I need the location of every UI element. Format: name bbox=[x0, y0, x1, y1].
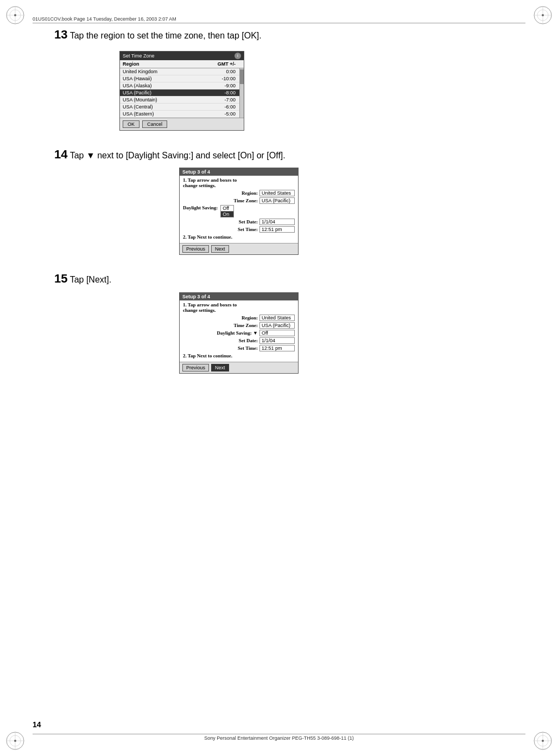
step-13: 13 Tap the region to set the time zone, … bbox=[54, 27, 515, 131]
dialog-rows: United Kingdom0:00 USA (Hawaii)-10:00 US… bbox=[120, 68, 244, 118]
setup-titlebar-14: Setup 3 of 4 bbox=[180, 168, 298, 176]
svg-point-4 bbox=[14, 14, 16, 16]
corner-decoration-tr bbox=[532, 4, 554, 26]
setup-row-timezone-14: Time Zone: USA (Pacific) bbox=[183, 197, 295, 204]
setup-footer-14: Previous Next bbox=[180, 243, 298, 254]
timezone-label-14: Time Zone: bbox=[233, 198, 258, 203]
daylight-label-14: Daylight Saving: bbox=[183, 205, 218, 210]
setup-screen-14: Setup 3 of 4 1. Tap arrow and boxes to c… bbox=[179, 168, 299, 255]
page-number: 14 bbox=[33, 720, 41, 729]
setup-step2-14: 2. Tap Next to continue. bbox=[183, 234, 295, 240]
dialog-row-eastern[interactable]: USA (Eastern)-5:00 bbox=[120, 111, 244, 118]
corner-decoration-bl bbox=[4, 730, 26, 752]
dialog-row-mountain[interactable]: USA (Mountain)-7:00 bbox=[120, 97, 244, 104]
timezone-value-14[interactable]: USA (Pacific) bbox=[259, 197, 295, 204]
corner-decoration-tl bbox=[4, 4, 26, 26]
date-value-15[interactable]: 1/1/04 bbox=[259, 337, 295, 344]
setup-step2-15: 2. Tap Next to continue. bbox=[183, 353, 295, 358]
setup-body-15: 1. Tap arrow and boxes to change setting… bbox=[180, 300, 298, 362]
previous-button-14[interactable]: Previous bbox=[182, 245, 209, 253]
step-14: 14 Tap ▼ next to [Daylight Saving:] and … bbox=[54, 147, 515, 255]
dialog-row-hawaii[interactable]: USA (Hawaii)-10:00 bbox=[120, 75, 244, 82]
step-14-number: 14 bbox=[54, 148, 67, 161]
time-label-14: Set Time: bbox=[238, 227, 258, 232]
timezone-label-15: Time Zone: bbox=[233, 323, 258, 328]
footer-text: Sony Personal Entertainment Organizer PE… bbox=[204, 735, 354, 741]
dialog-row-pacific[interactable]: USA (Pacific)-8:00 bbox=[120, 89, 244, 97]
step-14-heading: 14 Tap ▼ next to [Daylight Saving:] and … bbox=[54, 147, 515, 163]
header-text: 01US01COV.book Page 14 Tuesday, December… bbox=[33, 16, 176, 22]
dialog-col-headers: Region GMT +/- bbox=[120, 60, 244, 68]
setup-row-time-15: Set Time: 12:51 pm bbox=[183, 345, 295, 351]
setup-titlebar-15: Setup 3 of 4 bbox=[180, 293, 298, 300]
setup-title-15: Setup 3 of 4 bbox=[182, 294, 210, 299]
daylight-dropdown-14[interactable]: Off On bbox=[220, 205, 234, 217]
setup-inst-15: 1. Tap arrow and boxes to change setting… bbox=[183, 302, 295, 313]
daylight-label-15: Daylight Saving: ▼ bbox=[217, 330, 258, 336]
setup-inst-14: 1. Tap arrow and boxes to change setting… bbox=[183, 177, 295, 188]
setup-row-time-14: Set Time: 12:51 pm bbox=[183, 226, 295, 233]
scrollbar-thumb[interactable] bbox=[240, 69, 244, 84]
timezone-value-15[interactable]: USA (Pacific) bbox=[259, 322, 295, 329]
step-15-instruction: Tap [Next]. bbox=[70, 275, 111, 284]
header-line: 01US01COV.book Page 14 Tuesday, December… bbox=[33, 16, 525, 23]
next-button-14[interactable]: Next bbox=[211, 245, 229, 253]
step-13-instruction: Tap the region to set the time zone, the… bbox=[70, 31, 262, 40]
info-icon: i bbox=[234, 53, 241, 59]
previous-button-15[interactable]: Previous bbox=[182, 364, 209, 371]
setup-row-daylight-15: Daylight Saving: ▼ Off bbox=[183, 330, 295, 336]
cancel-button[interactable]: Cancel bbox=[142, 120, 167, 128]
setup-body-14: 1. Tap arrow and boxes to change setting… bbox=[180, 176, 298, 243]
col-region: Region bbox=[123, 61, 140, 67]
footer-line: Sony Personal Entertainment Organizer PE… bbox=[33, 734, 525, 741]
daylight-value-15[interactable]: Off bbox=[259, 330, 295, 336]
date-value-14[interactable]: 1/1/04 bbox=[259, 219, 295, 225]
dialog-title: Set Time Zone bbox=[123, 53, 155, 59]
svg-point-9 bbox=[542, 14, 544, 16]
region-value-15[interactable]: United States bbox=[259, 315, 295, 321]
region-label-15: Region: bbox=[242, 315, 258, 321]
step-15: 15 Tap [Next]. Setup 3 of 4 1. Tap arrow… bbox=[54, 271, 515, 374]
date-label-15: Set Date: bbox=[239, 338, 258, 343]
timezone-dialog: Set Time Zone i Region GMT +/- United Ki… bbox=[119, 51, 244, 131]
time-label-15: Set Time: bbox=[238, 345, 258, 351]
setup-row-date-14: Set Date: 1/1/04 bbox=[183, 219, 295, 225]
setup-row-timezone-15: Time Zone: USA (Pacific) bbox=[183, 322, 295, 329]
setup-footer-15: Previous Next bbox=[180, 362, 298, 373]
main-content: 13 Tap the region to set the time zone, … bbox=[54, 27, 515, 390]
setup-row-date-15: Set Date: 1/1/04 bbox=[183, 337, 295, 344]
setup-title-14: Setup 3 of 4 bbox=[182, 169, 210, 175]
step-14-instruction: Tap ▼ next to [Daylight Saving:] and sel… bbox=[70, 151, 286, 160]
corner-decoration-br bbox=[532, 730, 554, 752]
setup-row-region-14: Region: United States bbox=[183, 190, 295, 196]
dialog-footer: OK Cancel bbox=[120, 118, 244, 130]
step-13-number: 13 bbox=[54, 28, 67, 41]
setup-row-region-15: Region: United States bbox=[183, 315, 295, 321]
next-button-15[interactable]: Next bbox=[211, 364, 229, 371]
date-label-14: Set Date: bbox=[239, 219, 258, 225]
dialog-row-central[interactable]: USA (Central)-6:00 bbox=[120, 104, 244, 111]
ok-button[interactable]: OK bbox=[123, 120, 140, 128]
daylight-saving-row-14: Daylight Saving: Off On bbox=[183, 205, 295, 217]
time-value-15[interactable]: 12:51 pm bbox=[259, 345, 295, 351]
svg-point-19 bbox=[542, 740, 544, 742]
col-gmt: GMT +/- bbox=[218, 61, 236, 67]
step-15-number: 15 bbox=[54, 272, 67, 285]
dialog-row-uk[interactable]: United Kingdom0:00 bbox=[120, 68, 244, 75]
region-label-14: Region: bbox=[242, 190, 258, 196]
step-13-heading: 13 Tap the region to set the time zone, … bbox=[54, 27, 515, 43]
dialog-titlebar: Set Time Zone i bbox=[120, 52, 244, 60]
scrollbar[interactable] bbox=[239, 68, 244, 118]
svg-point-14 bbox=[14, 740, 16, 742]
region-value-14[interactable]: United States bbox=[259, 190, 295, 196]
setup-screen-15: Setup 3 of 4 1. Tap arrow and boxes to c… bbox=[179, 292, 299, 374]
step-15-heading: 15 Tap [Next]. bbox=[54, 271, 515, 287]
dialog-row-alaska[interactable]: USA (Alaska)-9:00 bbox=[120, 82, 244, 89]
time-value-14[interactable]: 12:51 pm bbox=[259, 226, 295, 233]
